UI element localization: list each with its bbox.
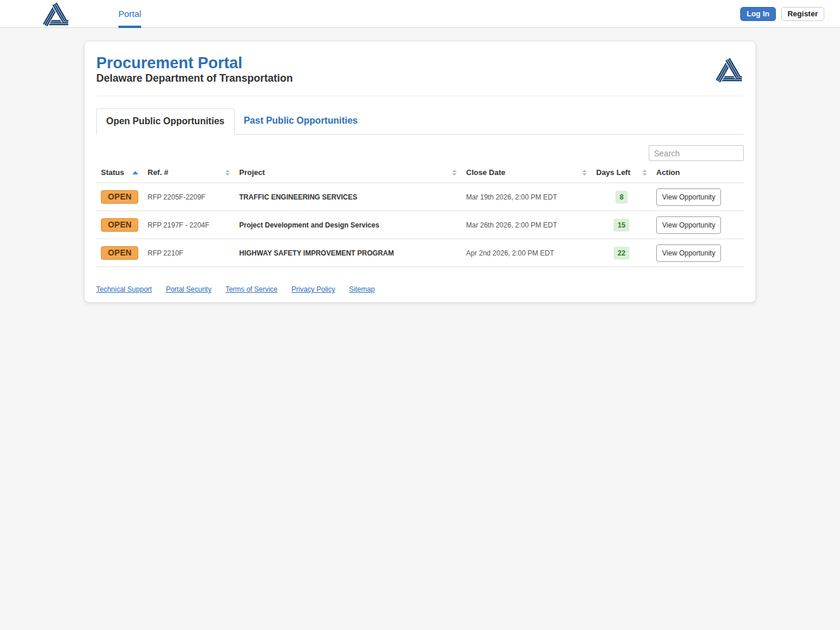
- page-subtitle: Delaware Department of Transportation: [96, 72, 293, 85]
- sort-icon: [582, 170, 587, 176]
- card-header: Procurement Portal Delaware Department o…: [96, 55, 744, 86]
- close-date: Mar 19th 2026, 2:00 PM EDT: [461, 183, 592, 211]
- deldot-logo-icon: [715, 55, 744, 86]
- procurement-portal-card: Procurement Portal Delaware Department o…: [84, 41, 756, 303]
- tab-past-public-opportunities[interactable]: Past Public Opportunities: [235, 108, 368, 134]
- close-date: Mar 26th 2026, 2:00 PM EDT: [461, 211, 592, 239]
- table-row: OPEN RFP 2197F - 2204F Project Developme…: [96, 211, 744, 239]
- link-terms-of-service[interactable]: Terms of Service: [225, 285, 277, 293]
- footer-links: Technical Support Portal Security Terms …: [96, 285, 744, 296]
- col-header-project[interactable]: Project: [235, 166, 461, 183]
- view-opportunity-button[interactable]: View Opportunity: [656, 244, 721, 262]
- login-button[interactable]: Log In: [740, 7, 776, 21]
- link-technical-support[interactable]: Technical Support: [96, 285, 152, 293]
- header-divider: [96, 96, 744, 96]
- search-input[interactable]: [649, 145, 744, 161]
- tab-open-public-opportunities[interactable]: Open Public Opportunities: [96, 108, 235, 135]
- link-sitemap[interactable]: Sitemap: [349, 285, 374, 293]
- col-header-close-date[interactable]: Close Date: [461, 166, 592, 183]
- table-row: OPEN RFP 2205F-2209F TRAFFIC ENGINEERING…: [96, 183, 744, 211]
- navbar: Portal Log In Register: [0, 0, 840, 28]
- nav-item-portal[interactable]: Portal: [118, 0, 141, 28]
- search-row: [96, 145, 744, 161]
- ref-number: RFP 2210F: [143, 239, 235, 267]
- link-portal-security[interactable]: Portal Security: [166, 285, 211, 293]
- sort-icon: [452, 170, 457, 176]
- project-name: TRAFFIC ENGINEERING SERVICES: [235, 183, 461, 211]
- opportunities-table: Status Ref. # Project Close Date Days Le…: [96, 166, 744, 267]
- ref-number: RFP 2205F-2209F: [143, 183, 235, 211]
- table-header-row: Status Ref. # Project Close Date Days Le…: [96, 166, 744, 183]
- status-badge: OPEN: [101, 246, 138, 260]
- close-date: Apr 2nd 2026, 2:00 PM EDT: [461, 239, 592, 267]
- col-header-action: Action: [652, 166, 744, 183]
- sort-ascending-icon: [132, 171, 138, 174]
- status-badge: OPEN: [101, 190, 138, 204]
- register-button[interactable]: Register: [781, 7, 824, 21]
- days-left-badge: 15: [614, 219, 629, 232]
- tab-bar: Open Public Opportunities Past Public Op…: [96, 108, 744, 135]
- days-left-badge: 22: [614, 247, 629, 260]
- deldot-logo-icon[interactable]: [42, 1, 70, 27]
- project-name: Project Development and Design Services: [235, 211, 461, 239]
- table-row: OPEN RFP 2210F HIGHWAY SAFETY IMPROVEMEN…: [96, 239, 744, 267]
- sort-icon: [642, 170, 647, 176]
- nav-actions: Log In Register: [740, 7, 824, 21]
- col-header-ref[interactable]: Ref. #: [143, 166, 235, 183]
- sort-icon: [225, 170, 230, 176]
- status-badge: OPEN: [101, 218, 138, 232]
- page-title: Procurement Portal: [96, 55, 293, 71]
- view-opportunity-button[interactable]: View Opportunity: [656, 188, 721, 206]
- link-privacy-policy[interactable]: Privacy Policy: [292, 285, 335, 293]
- days-left-badge: 8: [615, 191, 628, 204]
- project-name: HIGHWAY SAFETY IMPROVEMENT PROGRAM: [235, 239, 461, 267]
- view-opportunity-button[interactable]: View Opportunity: [656, 216, 721, 234]
- col-header-days-left[interactable]: Days Left: [592, 166, 652, 183]
- ref-number: RFP 2197F - 2204F: [143, 211, 235, 239]
- col-header-status[interactable]: Status: [96, 166, 143, 183]
